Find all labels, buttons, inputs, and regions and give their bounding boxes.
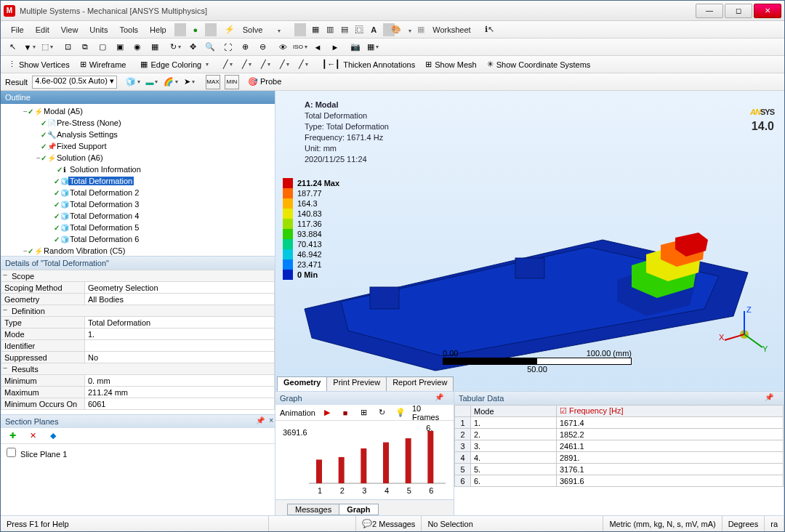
tree-node[interactable]: −⚡Solution (A6) <box>2 152 275 164</box>
tree-node[interactable]: 📌Fixed Support <box>2 140 275 152</box>
menu-edit[interactable]: Edit <box>30 24 55 36</box>
vertex-select-icon[interactable]: ⊡ <box>60 40 75 55</box>
tree-node[interactable]: 📄Pre-Stress (None) <box>2 117 275 129</box>
edge-opt-1[interactable]: ╱ <box>220 57 235 72</box>
tree-node[interactable]: −⚡Random Vibration (C5) <box>2 245 275 257</box>
tree-node[interactable]: 🧊Total Deformation 2 <box>2 187 275 198</box>
menu-view[interactable]: View <box>55 24 84 36</box>
worksheet-button[interactable]: ▦Worksheet <box>411 23 482 37</box>
tab-report-preview[interactable]: Report Preview <box>386 376 454 391</box>
dist-icon[interactable]: ⊞ <box>357 406 371 420</box>
look-at-icon[interactable]: 👁 <box>275 40 290 55</box>
menu-help[interactable]: Help <box>144 24 172 36</box>
pan-icon[interactable]: ✥ <box>185 40 200 55</box>
tool-icon-3[interactable]: ▤ <box>337 23 352 37</box>
frames-label: 10 Frames <box>412 404 449 422</box>
tab-geometry[interactable]: Geometry <box>277 376 327 391</box>
capture-icon[interactable]: 📷 <box>348 40 363 55</box>
slice-plane-checkbox[interactable] <box>7 448 16 457</box>
element-select-icon[interactable]: ▦ <box>148 40 162 55</box>
cycle-icon[interactable]: ↻ <box>375 406 389 420</box>
edge-opt-4[interactable]: ╱ <box>277 57 291 72</box>
tabular-data-table[interactable]: Mode☑ Frequency [Hz]11.1671.422.1852.233… <box>454 405 784 487</box>
next-view-icon[interactable]: ► <box>328 40 342 55</box>
edge-select-icon[interactable]: ⧉ <box>78 40 92 55</box>
palette-result-icon[interactable]: 🌈 <box>164 75 178 89</box>
minimize-button[interactable]: — <box>696 4 723 18</box>
panel-close-icon[interactable]: × <box>269 416 273 424</box>
maximize-button[interactable]: ◻ <box>725 4 752 18</box>
slice-plane-item[interactable]: Slice Plane 1 <box>4 450 67 459</box>
show-vertices-button[interactable]: ⋮ Show Vertices <box>5 60 73 69</box>
outline-tree[interactable]: −⚡Modal (A5)📄Pre-Stress (None)🔧Analysis … <box>1 104 275 257</box>
graphics-viewport[interactable]: A: Modal Total Deformation Type: Total D… <box>275 91 784 392</box>
zoom-out-icon[interactable]: ⊖ <box>255 40 270 55</box>
add-plane-icon[interactable]: ✚ <box>5 429 20 443</box>
edge-coloring-button[interactable]: ▦ Edge Coloring <box>137 60 212 69</box>
tree-node[interactable]: ℹSolution Information <box>2 164 275 175</box>
bulb-icon[interactable]: 💡 <box>394 406 408 420</box>
prev-view-icon[interactable]: ◄ <box>310 40 325 55</box>
zoom-in-icon[interactable]: ⊕ <box>238 40 252 55</box>
menu-tools[interactable]: Tools <box>113 24 144 36</box>
wireframe-button[interactable]: ⊞ Wireframe <box>77 60 129 69</box>
body-select-icon[interactable]: ▣ <box>113 40 127 55</box>
info-cursor-icon[interactable]: ℹ↖ <box>483 23 497 37</box>
min-tag-icon[interactable]: MIN <box>225 75 239 89</box>
select-mode-icon[interactable]: ⬚ <box>40 40 55 55</box>
iso-icon[interactable]: ISO <box>293 40 307 55</box>
edge-opt-2[interactable]: ╱ <box>239 57 254 72</box>
edge-opt-3[interactable]: ╱ <box>258 57 273 72</box>
tree-node[interactable]: 🧊Total Deformation 4 <box>2 210 275 222</box>
edge-style-icon[interactable]: ▬ <box>145 75 159 89</box>
probe-button[interactable]: 🎯 Probe <box>248 77 281 86</box>
thicken-button[interactable]: ┃←┃ Thicken Annotations <box>319 60 418 69</box>
section-planes-panel: ✚ ✕ ◆ Slice Plane 1 <box>1 428 275 515</box>
contour-style-icon[interactable]: 🧊 <box>126 75 140 89</box>
status-messages[interactable]: 💬 2 Messages <box>356 516 422 531</box>
details-panel[interactable]: ScopeScoping MethodGeometry SelectionGeo… <box>1 270 275 415</box>
zoom-fit-icon[interactable]: ⛶ <box>220 40 235 55</box>
show-cs-button[interactable]: ✳ Show Coordinate Systems <box>484 60 594 69</box>
filter-icon[interactable]: ▼ <box>23 40 37 55</box>
rotate-icon[interactable]: ↻ <box>168 40 182 55</box>
tree-node[interactable]: 🧊Total Deformation 5 <box>2 222 275 233</box>
solve-button[interactable]: ⚡Solve <box>219 23 293 37</box>
result-scale-combo[interactable]: 4.6e-002 (0.5x Auto) ▾ <box>32 76 117 89</box>
check-icon[interactable]: ● <box>188 23 203 37</box>
pin-icon[interactable]: 📌 <box>765 393 773 401</box>
tree-node[interactable]: −⚡Modal (A5) <box>2 105 275 117</box>
face-select-icon[interactable]: ▢ <box>95 40 110 55</box>
menu-units[interactable]: Units <box>84 24 113 36</box>
play-icon[interactable]: ▶ <box>320 406 334 420</box>
tree-node[interactable]: 🧊Total Deformation <box>2 175 275 187</box>
tool-icon-5[interactable]: A <box>366 23 381 37</box>
manage-views-icon[interactable]: ▦ <box>366 40 380 55</box>
tab-messages[interactable]: Messages <box>287 504 339 515</box>
tab-graph[interactable]: Graph <box>339 504 378 515</box>
max-tag-icon[interactable]: MAX <box>206 75 220 89</box>
tree-node[interactable]: 🔧Analysis Settings <box>2 129 275 140</box>
pin-icon[interactable]: 📌 <box>435 393 443 401</box>
menu-file[interactable]: File <box>5 24 30 36</box>
tool-icon-4[interactable]: ⿴ <box>352 23 366 37</box>
edge-opt-5[interactable]: ╱ <box>296 57 310 72</box>
tool-icon-1[interactable]: ▦ <box>308 23 323 37</box>
zoom-box-icon[interactable]: 🔍 <box>203 40 217 55</box>
toolbar-result: Result 4.6e-002 (0.5x Auto) ▾ 🧊 ▬ 🌈 ➤ MA… <box>1 73 784 91</box>
tree-node[interactable]: 🧊Total Deformation 3 <box>2 198 275 210</box>
tool-icon-2[interactable]: ▥ <box>323 23 337 37</box>
vector-icon[interactable]: ➤ <box>182 75 197 89</box>
close-button[interactable]: ✕ <box>754 4 781 18</box>
tree-node[interactable]: 🧊Total Deformation 6 <box>2 233 275 245</box>
triad-icon[interactable]: Z X Y <box>719 305 770 356</box>
cursor-icon[interactable]: ↖ <box>5 40 20 55</box>
tab-print-preview[interactable]: Print Preview <box>326 376 387 391</box>
node-select-icon[interactable]: ◉ <box>130 40 145 55</box>
pin-icon[interactable]: 📌 <box>256 416 265 424</box>
stop-icon[interactable]: ■ <box>338 406 352 420</box>
toggle-plane-icon[interactable]: ◆ <box>46 429 60 443</box>
delete-plane-icon[interactable]: ✕ <box>25 429 40 443</box>
palette-icon[interactable]: 🎨 <box>397 23 411 37</box>
show-mesh-button[interactable]: ⊞ Show Mesh <box>422 60 479 69</box>
